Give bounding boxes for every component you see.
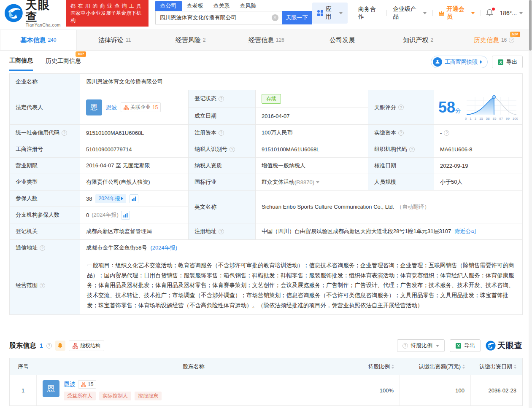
excel-icon [455,343,462,349]
field-label: 人员规模 [368,174,434,190]
shareholder-avatar[interactable]: 恩 [43,380,59,397]
search-tab-relation[interactable]: 查关系 [208,1,235,11]
tab-company-development[interactable]: 公司发展 [304,30,380,50]
help-icon: ? [402,343,408,349]
divider [481,10,481,16]
field-label: 天眼评分? [368,90,434,124]
field-label: 企业名称 [10,74,80,90]
help-icon[interactable]: ? [409,147,415,152]
search-tab-risk[interactable]: 查风险 [235,1,262,11]
approval-date-value: 2022-09-19 [434,158,522,174]
trend-chart-icon[interactable] [130,194,138,203]
search-button[interactable]: 天眼一下 [282,11,312,24]
subtab-business-registration[interactable]: 工商信息 [9,57,33,71]
tab-count: 2 [430,37,433,43]
tab-basic-info[interactable]: 基本信息 240 [0,30,77,50]
staff-size-value: 小于50人 [434,174,522,190]
company-name-value: 四川恩波体育文化传播有限公司 [80,74,522,90]
help-icon[interactable]: ? [398,105,404,110]
nav-enterprise-products[interactable]: 企业级产品 [391,5,428,21]
export-button[interactable]: 导出 [492,56,523,68]
score-unit: 分 [455,107,461,114]
help-icon[interactable]: ? [46,343,52,349]
mail-address-value: 成都市金牛区金鱼街58号 (2024年报) [80,240,522,256]
field-label: 注册地址? [189,223,255,239]
col-subscribed-amount[interactable]: 认缴出资额(万元) [400,358,471,375]
nearby-companies-link[interactable]: 附近公司 [454,228,476,235]
search-tab-company[interactable]: 查公司 [155,1,182,11]
col-subscribed-date[interactable]: 认缴出资日期 [471,358,522,375]
monitor-bell-button[interactable] [55,341,65,351]
help-icon[interactable]: ? [444,130,449,136]
apps-menu-button[interactable]: 应用 [312,3,348,24]
shareholder-name-link[interactable]: 恩波 [64,381,76,388]
subtab-history-registration[interactable]: VIP 历史工商信息 [46,57,81,70]
score-axis: 0131558859799100 [465,117,518,121]
field-label: 通信地址? [10,240,80,256]
annual-report-link[interactable]: (2024年报) [150,244,177,252]
legal-rep-avatar[interactable]: 恩 [86,99,102,115]
row-index: 1 [10,375,37,405]
help-icon[interactable]: ? [40,245,45,251]
tianyancha-logo[interactable]: 天眼查 TianYanCha.com [4,0,61,27]
uscc-value: 91510100MA61U6068L [80,125,188,141]
sort-icon [392,365,394,369]
sort-icon [462,365,465,369]
tab-count: 11 [126,37,131,43]
chevron-down-icon [339,12,343,14]
help-icon[interactable]: ? [219,130,224,136]
trend-chart-icon[interactable] [121,211,130,220]
nav-open-vip[interactable]: 开通会员 [437,5,476,21]
help-icon[interactable]: ? [40,283,45,288]
related-companies-badge[interactable]: 关联企业 15 [121,102,161,112]
legal-rep-link[interactable]: 恩波 [106,104,117,111]
field-label: 国标行业 [189,174,255,190]
header-nav: 应用 商务合作 企业级产品 开通会员 186*... [312,3,524,24]
reg-capital-value: 100万人民币 [256,125,368,141]
field-label: 工商注册号 [10,141,80,157]
tab-history-info[interactable]: VIP 历史信息 16 ? [456,30,532,50]
nav-business-cooperation[interactable]: 商务合作 [356,5,382,21]
col-holding-ratio[interactable]: 持股比例 [350,358,400,375]
field-label: 组织机构代码? [368,141,434,157]
related-companies-badge[interactable]: 15 [78,380,96,389]
tab-business-info[interactable]: 经营信息 126 [229,30,305,50]
scrollbar-thumb[interactable] [529,0,532,51]
legal-rep-cell: 恩 恩波 关联企业 15 [80,90,188,124]
search-tab-boss[interactable]: 查老板 [182,1,208,11]
notification-dot [492,8,495,11]
scrollbar-track[interactable] [529,0,532,408]
help-icon[interactable]: ? [219,96,224,102]
help-icon[interactable]: ? [509,38,514,43]
help-icon[interactable]: ? [398,130,404,136]
holding-ratio-filter[interactable]: ? 持股比例 [397,339,445,352]
help-icon[interactable]: ? [230,147,235,152]
official-snapshot-button[interactable]: 工商官网快照 [431,56,488,68]
top-header: 天眼查 TianYanCha.com 都 在 用 的 商 业 查 询 工 具 国… [0,0,532,26]
notifications-bell[interactable] [485,9,494,18]
shareholders-title: 股东信息 [9,341,36,350]
annual-report-badge[interactable]: 2024年报 [95,194,126,203]
shareholders-table: 序号 股东名称 持股比例 认缴出资额(万元) 认缴出资日期 1 恩 恩波 [9,358,523,406]
tab-operating-risk[interactable]: 经营风险 2 [153,30,229,50]
subscribed-date-value: 2036-02-23 [471,375,522,405]
tab-count: 2 [203,37,206,43]
user-account-menu[interactable]: 186*... [498,10,524,16]
tab-intellectual-property[interactable]: 知识产权 2 [380,30,456,50]
help-icon[interactable]: ? [219,229,224,234]
industry-value[interactable]: 群众文体活动(R8870) [256,174,368,190]
equity-structure-button[interactable]: 股权结构 [69,341,104,351]
field-label: 统一社会信用代码? [10,125,80,141]
clear-search-icon[interactable]: ✕ [272,14,278,21]
bell-icon [57,343,63,349]
shareholders-count: 1 [40,342,43,349]
insured-value: 38 2024年报 [80,191,188,207]
tab-legal-litigation[interactable]: 法律诉讼 11 [77,30,153,50]
crown-icon [438,10,445,16]
tianyan-score-cell[interactable]: 58分 0131558859799100 [434,90,522,124]
search-input[interactable] [155,11,282,24]
divider [386,10,387,16]
field-label: 参保人数 [10,191,80,207]
help-icon[interactable]: ? [62,130,67,136]
export-shareholders-button[interactable]: 导出 [450,339,481,352]
